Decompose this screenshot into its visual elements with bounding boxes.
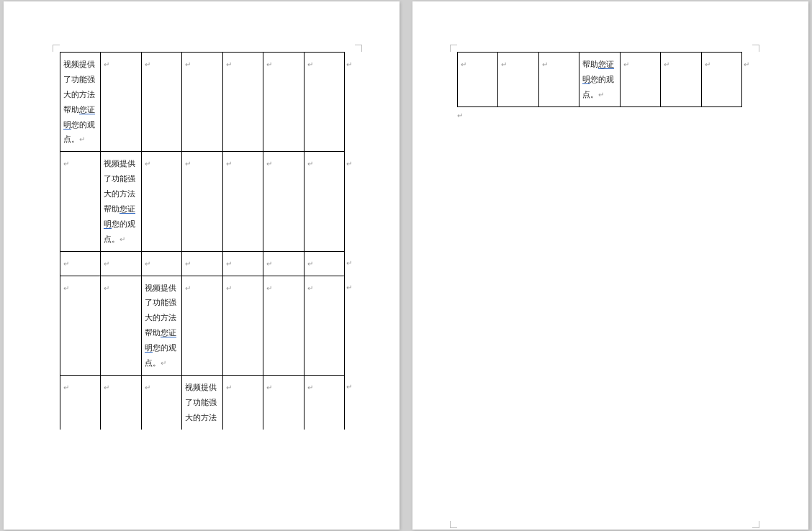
table-cell[interactable]: ↵	[345, 53, 355, 152]
table-row: ↵↵↵视频提供了功能强大的方法↵↵↵↵	[60, 375, 356, 429]
table-cell[interactable]: ↵	[345, 375, 355, 429]
table-cell[interactable]: ↵	[538, 53, 579, 107]
table-cell[interactable]: ↵	[101, 375, 141, 429]
table-cell[interactable]: ↵	[222, 152, 263, 251]
table-cell[interactable]: ↵	[182, 276, 222, 375]
crop-mark	[450, 521, 457, 528]
table-row: ↵↵↵↵↵↵↵↵	[60, 251, 356, 276]
table-cell[interactable]: ↵	[222, 53, 263, 152]
table-cell[interactable]: ↵	[263, 53, 304, 152]
table-cell[interactable]: ↵	[222, 251, 263, 276]
table-cell[interactable]: ↵	[304, 276, 344, 375]
crop-mark	[752, 521, 759, 528]
table-cell[interactable]: 视频提供了功能强大的方法帮助您证明您的观点。↵	[60, 53, 101, 152]
crop-mark	[355, 45, 362, 52]
table-cell[interactable]: ↵	[458, 53, 498, 107]
crop-mark	[53, 45, 60, 52]
table-cell[interactable]: ↵	[263, 251, 304, 276]
table-cell[interactable]: ↵	[661, 53, 701, 107]
table-row: ↵↵视频提供了功能强大的方法帮助您证明您的观点。↵↵↵↵↵↵	[60, 276, 356, 375]
table-cell[interactable]: ↵	[263, 276, 304, 375]
table-cell[interactable]: ↵	[222, 276, 263, 375]
crop-mark	[450, 45, 457, 52]
table-cell[interactable]: ↵	[304, 53, 344, 152]
workspace: 视频提供了功能强大的方法帮助您证明您的观点。↵↵↵↵↵↵↵↵↵视频提供了功能强大…	[0, 0, 812, 531]
table-cell[interactable]: ↵	[701, 53, 741, 107]
table-row: ↵视频提供了功能强大的方法帮助您证明您的观点。↵↵↵↵↵↵↵	[60, 152, 356, 251]
table-cell[interactable]: ↵	[101, 276, 141, 375]
table-cell[interactable]: ↵	[304, 251, 344, 276]
crop-mark	[752, 45, 759, 52]
table-cell[interactable]: ↵	[222, 375, 263, 429]
table-cell[interactable]: ↵	[182, 152, 222, 251]
table-cell[interactable]: 视频提供了功能强大的方法帮助您证明您的观点。↵	[141, 276, 181, 375]
table-cell[interactable]: 帮助您证明您的观点。↵	[579, 53, 620, 107]
table-cell[interactable]: ↵	[101, 251, 141, 276]
table-cell[interactable]: ↵	[141, 53, 181, 152]
table-cell[interactable]: ↵	[60, 152, 101, 251]
document-table-page2[interactable]: ↵↵↵帮助您证明您的观点。↵↵↵↵↵	[457, 52, 752, 107]
table-cell[interactable]: ↵	[141, 251, 181, 276]
page-1-content: 视频提供了功能强大的方法帮助您证明您的观点。↵↵↵↵↵↵↵↵↵视频提供了功能强大…	[60, 52, 355, 430]
table-row: ↵↵↵帮助您证明您的观点。↵↵↵↵↵	[458, 53, 753, 107]
table-cell[interactable]: ↵	[263, 375, 304, 429]
table-cell[interactable]: ↵	[304, 375, 344, 429]
table-cell[interactable]: ↵	[620, 53, 660, 107]
table-cell[interactable]: ↵	[345, 251, 355, 276]
table-cell[interactable]: ↵	[101, 53, 141, 152]
table-cell[interactable]: 视频提供了功能强大的方法	[182, 375, 222, 429]
document-table-page1[interactable]: 视频提供了功能强大的方法帮助您证明您的观点。↵↵↵↵↵↵↵↵↵视频提供了功能强大…	[60, 52, 355, 430]
table-cell[interactable]: ↵	[60, 276, 101, 375]
table-cell[interactable]: ↵	[141, 375, 181, 429]
page-2-content: ↵↵↵帮助您证明您的观点。↵↵↵↵↵ ↵	[457, 52, 752, 119]
table-row: 视频提供了功能强大的方法帮助您证明您的观点。↵↵↵↵↵↵↵↵	[60, 53, 356, 152]
table-cell[interactable]: ↵	[263, 152, 304, 251]
table-cell[interactable]: ↵	[304, 152, 344, 251]
table-cell[interactable]: ↵	[182, 53, 222, 152]
table-cell[interactable]: 视频提供了功能强大的方法帮助您证明您的观点。↵	[101, 152, 141, 251]
page-1: 视频提供了功能强大的方法帮助您证明您的观点。↵↵↵↵↵↵↵↵↵视频提供了功能强大…	[4, 1, 400, 530]
table-cell[interactable]: ↵	[345, 276, 355, 375]
paragraph-mark-after-table[interactable]: ↵	[457, 112, 752, 119]
table-cell[interactable]: ↵	[345, 152, 355, 251]
table-cell[interactable]: ↵	[60, 375, 101, 429]
table-cell[interactable]: ↵	[182, 251, 222, 276]
table-cell[interactable]: ↵	[141, 152, 181, 251]
table-cell[interactable]: ↵	[498, 53, 538, 107]
table-cell[interactable]: ↵	[60, 251, 101, 276]
table-cell[interactable]: ↵	[742, 53, 752, 107]
page-2: ↵↵↵帮助您证明您的观点。↵↵↵↵↵ ↵	[412, 1, 808, 530]
